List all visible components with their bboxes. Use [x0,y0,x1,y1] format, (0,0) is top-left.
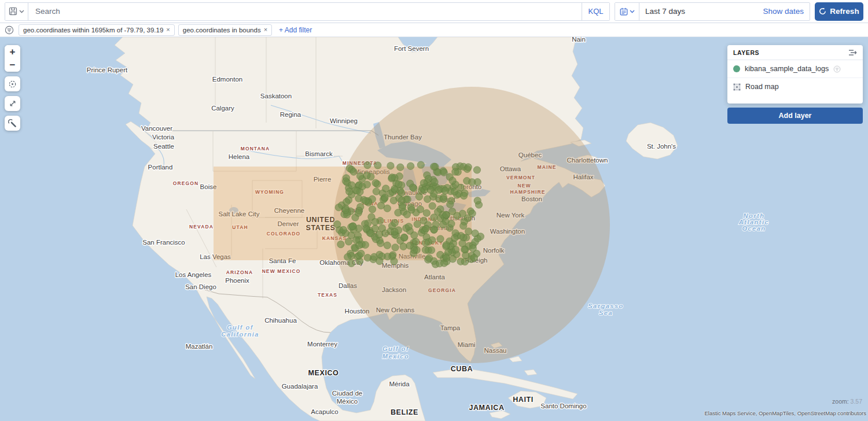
document-point[interactable] [334,221,341,228]
document-point[interactable] [384,242,391,249]
document-point[interactable] [335,204,342,211]
document-point[interactable] [414,220,421,227]
document-point[interactable] [405,223,412,230]
document-point[interactable] [376,231,382,238]
date-quick-select-button[interactable] [615,3,639,20]
document-point[interactable] [350,168,357,175]
show-dates-button[interactable]: Show dates [757,7,810,16]
document-point[interactable] [451,234,458,241]
filter-pill-geo-bounds[interactable]: geo.coordinates in bounds × [178,24,272,36]
document-point[interactable] [448,208,455,215]
document-point[interactable] [356,172,363,179]
document-point[interactable] [431,163,437,170]
document-point[interactable] [469,210,476,217]
document-point[interactable] [431,226,437,233]
document-point[interactable] [340,226,347,233]
document-point[interactable] [429,237,436,243]
document-point[interactable] [349,223,356,230]
document-point[interactable] [443,254,450,261]
document-point[interactable] [356,242,363,249]
document-point[interactable] [461,246,468,253]
document-point[interactable] [417,206,424,213]
document-point[interactable] [358,250,365,257]
document-point[interactable] [457,184,464,191]
refresh-button[interactable]: Refresh [815,2,863,21]
document-point[interactable] [363,225,370,232]
zoom-in-button[interactable]: + [5,45,20,58]
document-point[interactable] [345,188,352,195]
document-point[interactable] [460,192,467,199]
document-point[interactable] [342,178,349,184]
document-point[interactable] [345,238,352,245]
document-point[interactable] [337,241,344,248]
layer-item-road-map[interactable]: Road map [727,78,863,95]
document-point[interactable] [391,258,398,265]
document-point[interactable] [443,241,450,248]
document-point[interactable] [390,197,397,204]
document-point[interactable] [429,202,436,209]
document-point[interactable] [354,187,361,194]
document-point[interactable] [417,161,424,168]
document-point[interactable] [415,193,422,200]
document-point[interactable] [451,188,458,195]
remove-filter-icon[interactable]: × [264,27,267,33]
document-point[interactable] [469,245,476,252]
document-point[interactable] [355,195,362,202]
document-point[interactable] [369,206,376,213]
document-point[interactable] [437,235,444,242]
document-point[interactable] [362,198,369,205]
map-attribution[interactable]: Elastic Maps Service, OpenMapTiles, Open… [705,410,867,416]
document-point[interactable] [400,234,407,241]
document-point[interactable] [420,179,427,186]
document-point[interactable] [448,220,455,227]
document-point[interactable] [411,232,418,239]
document-point[interactable] [364,254,371,261]
document-point[interactable] [391,228,398,235]
document-point[interactable] [422,225,429,232]
measure-distance-button[interactable] [5,96,20,111]
document-point[interactable] [342,206,349,213]
document-point[interactable] [447,201,454,208]
document-point[interactable] [372,179,379,186]
document-point[interactable] [442,187,448,194]
document-point[interactable] [363,172,370,179]
document-point[interactable] [461,258,468,265]
document-point[interactable] [472,238,479,245]
add-filter-button[interactable]: + Add filter [279,26,312,34]
document-point[interactable] [452,168,459,175]
document-point[interactable] [344,253,351,260]
document-point[interactable] [372,218,378,225]
remove-filter-icon[interactable]: × [166,27,170,33]
document-point[interactable] [374,162,381,169]
document-point[interactable] [384,205,391,212]
document-point[interactable] [472,230,479,237]
filter-icon[interactable] [5,25,14,35]
layer-item-kibana-sample-data-logs[interactable]: kibana_sample_data_logs [727,60,863,78]
document-point[interactable] [348,260,355,267]
document-point[interactable] [400,243,407,250]
document-point[interactable] [460,222,467,229]
saved-query-menu-button[interactable] [5,3,28,20]
document-point[interactable] [376,257,383,264]
document-point[interactable] [449,177,456,184]
map-canvas[interactable]: Gulf ofCaliforniaGulf ofMexicoNorthAtlan… [0,37,868,421]
document-point[interactable] [399,204,406,211]
document-point[interactable] [470,254,477,261]
kql-language-button[interactable]: KQL [582,3,609,20]
add-layer-button[interactable]: Add layer [727,108,863,124]
document-point[interactable] [452,246,459,253]
document-point[interactable] [435,186,442,193]
document-point[interactable] [395,180,402,187]
document-point[interactable] [440,195,447,202]
document-point[interactable] [407,163,414,169]
document-point[interactable] [387,163,394,169]
filter-pill-geo-distance[interactable]: geo.coordinates within 1695km of -79.79,… [19,24,175,36]
document-point[interactable] [423,209,430,216]
document-point[interactable] [356,207,363,214]
document-point[interactable] [397,164,404,171]
collapse-panel-icon[interactable] [848,49,857,56]
document-point[interactable] [427,186,434,193]
time-range-button[interactable]: Last 7 days [639,7,757,16]
document-point[interactable] [469,179,476,186]
document-point[interactable] [422,246,429,253]
